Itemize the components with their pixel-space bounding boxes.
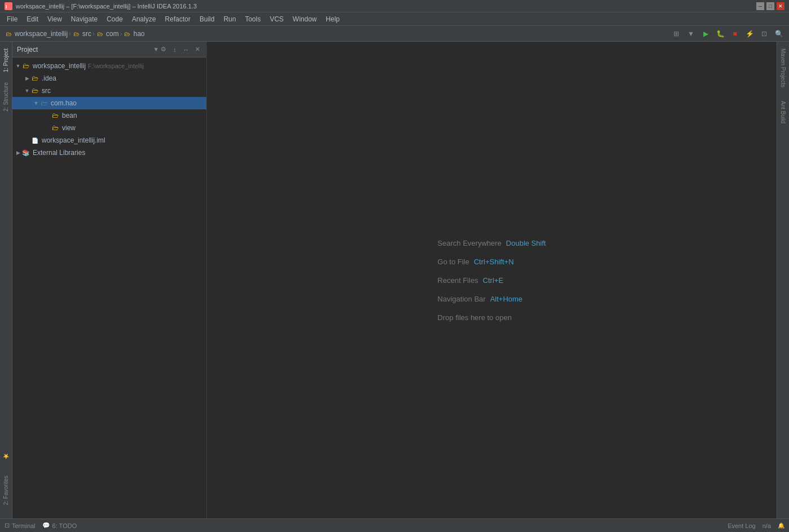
toolbar-settings-button[interactable]: ⊡	[759, 28, 770, 39]
com-hao-label: com.hao	[51, 99, 77, 107]
iml-label: workspace_intellij.iml	[42, 136, 105, 144]
hint-drop-label: Drop files here to open	[437, 313, 512, 322]
status-line-col: n/a	[763, 522, 771, 529]
toolbar-search-button[interactable]: 🔍	[773, 28, 784, 39]
title-bar: I workspace_intellij – [F:\workspace_int…	[0, 0, 789, 12]
panel-dropdown-arrow[interactable]: ▼	[153, 46, 159, 52]
tree-item-view[interactable]: 🗁 view	[12, 122, 206, 134]
hint-goto: Go to File Ctrl+Shift+N	[437, 258, 546, 266]
hint-recent-label: Recent Files	[437, 276, 478, 285]
left-side-tabs: 1: Project 2: Structure ★ 2: Favorites	[0, 42, 12, 518]
project-tree: ▼ 🗁 workspace_intellij F:\workspace_inte…	[12, 57, 206, 518]
menu-window[interactable]: Window	[288, 14, 321, 24]
line-col-label: n/a	[763, 522, 771, 529]
workspace-label: workspace_intellij	[33, 62, 86, 70]
hao-folder-icon: 🗁	[123, 30, 131, 38]
status-bar: ⊡ Terminal 💬 6: TODO Event Log n/a 🔔	[0, 518, 789, 532]
tab-structure[interactable]: 2: Structure	[2, 78, 10, 116]
todo-icon: 💬	[42, 522, 50, 529]
menu-view[interactable]: View	[43, 14, 67, 24]
menu-tools[interactable]: Tools	[241, 14, 265, 24]
notification-icon: 🔔	[778, 522, 784, 529]
menu-navigate[interactable]: Navigate	[67, 14, 102, 24]
sep2: ›	[92, 30, 95, 38]
toolbar-layout-button[interactable]: ⊞	[671, 28, 682, 39]
arrow-src: ▼	[24, 88, 30, 94]
status-todo[interactable]: 💬 6: TODO	[42, 522, 77, 529]
tree-item-workspace[interactable]: ▼ 🗁 workspace_intellij F:\workspace_inte…	[12, 60, 206, 72]
hint-list: Search Everywhere Double Shift Go to Fil…	[437, 239, 546, 322]
panel-close-btn[interactable]: ✕	[193, 45, 202, 54]
right-side-tabs: Maven Projects Ant Build	[777, 42, 789, 518]
breadcrumb-com[interactable]: com	[106, 30, 119, 38]
tab-ant[interactable]: Ant Build	[779, 96, 787, 128]
menu-file[interactable]: File	[2, 14, 22, 24]
window-controls: ─ □ ✕	[756, 2, 784, 10]
tab-project[interactable]: 1: Project	[2, 44, 10, 77]
iml-file-icon: 📄	[30, 138, 39, 144]
terminal-label: Terminal	[12, 522, 36, 529]
panel-collapse-btn[interactable]: ↔	[181, 45, 190, 54]
hint-recent-key: Ctrl+E	[483, 276, 503, 285]
status-terminal[interactable]: ⊡ Terminal	[5, 522, 36, 529]
panel-settings-btn[interactable]: ⚙	[159, 45, 168, 54]
close-button[interactable]: ✕	[777, 2, 784, 10]
toolbar-stop-button[interactable]: ■	[729, 28, 741, 39]
tree-item-com-hao[interactable]: ▼ 🗁 com.hao	[12, 97, 206, 109]
minimize-button[interactable]: ─	[756, 2, 764, 10]
maximize-button[interactable]: □	[766, 2, 774, 10]
tab-maven[interactable]: Maven Projects	[779, 44, 787, 92]
hint-search-label: Search Everywhere	[437, 239, 501, 247]
toolbar-run-button[interactable]: ▶	[700, 28, 711, 39]
toolbar-coverage-button[interactable]: ⚡	[744, 28, 755, 39]
breadcrumb-workspace[interactable]: workspace_intellij	[15, 30, 68, 38]
idea-label: .idea	[42, 74, 56, 82]
menu-code[interactable]: Code	[102, 14, 127, 24]
menu-build[interactable]: Build	[195, 14, 219, 24]
hint-nav-key: Alt+Home	[490, 295, 522, 303]
hint-recent: Recent Files Ctrl+E	[437, 276, 546, 285]
tree-item-src[interactable]: ▼ 🗁 src	[12, 85, 206, 97]
view-folder-icon: 🗁	[51, 124, 60, 132]
sep1: ›	[69, 30, 71, 38]
menu-analyze[interactable]: Analyze	[127, 14, 161, 24]
breadcrumb: 🗁 workspace_intellij › 🗁 src › 🗁 com › 🗁…	[5, 30, 145, 38]
tree-item-idea[interactable]: ▶ 🗁 .idea	[12, 72, 206, 85]
panel-expand-btn[interactable]: ↕	[170, 45, 179, 54]
status-right: Event Log n/a 🔔	[728, 522, 784, 529]
project-panel: Project ▼ ⚙ ↕ ↔ ✕ ▼ 🗁 workspace_intellij…	[12, 42, 207, 518]
menu-bar: File Edit View Navigate Code Analyze Ref…	[0, 12, 789, 26]
idea-folder-icon: 🗁	[30, 74, 39, 82]
status-notification[interactable]: 🔔	[778, 522, 784, 529]
breadcrumb-src[interactable]: src	[82, 30, 91, 38]
tree-item-bean[interactable]: 🗁 bean	[12, 109, 206, 122]
hint-goto-label: Go to File	[437, 258, 469, 266]
project-folder-icon: 🗁	[5, 30, 12, 38]
toolbar-debug-button[interactable]: 🐛	[715, 28, 726, 39]
tab-favorites[interactable]: ★	[1, 447, 12, 466]
editor-area: Search Everywhere Double Shift Go to Fil…	[207, 42, 777, 518]
todo-label: 6: TODO	[52, 522, 77, 529]
arrow-external: ▶	[15, 150, 21, 156]
hint-nav-label: Navigation Bar	[437, 295, 485, 303]
menu-refactor[interactable]: Refactor	[161, 14, 195, 24]
tab-favorites-label[interactable]: 2: Favorites	[2, 471, 10, 509]
arrow-com-hao: ▼	[33, 100, 39, 106]
workspace-path: F:\workspace_intellij	[88, 63, 144, 69]
com-folder-icon: 🗁	[96, 30, 104, 38]
toolbar-right: ⊞ ▼ ▶ 🐛 ■ ⚡ ⊡ 🔍	[671, 28, 784, 39]
src-folder-icon: 🗁	[30, 87, 39, 95]
breadcrumb-hao[interactable]: hao	[134, 30, 145, 38]
tree-item-iml[interactable]: 📄 workspace_intellij.iml	[12, 134, 206, 147]
toolbar-dropdown-button[interactable]: ▼	[685, 28, 697, 39]
bean-label: bean	[62, 112, 77, 119]
status-event-log[interactable]: Event Log	[728, 522, 756, 529]
svg-text:I: I	[6, 4, 7, 10]
panel-title: Project	[17, 46, 153, 54]
tree-item-external[interactable]: ▶ 📚 External Libraries	[12, 147, 206, 159]
menu-run[interactable]: Run	[219, 14, 241, 24]
menu-vcs[interactable]: VCS	[265, 14, 289, 24]
app-icon: I	[5, 2, 12, 10]
menu-edit[interactable]: Edit	[22, 14, 43, 24]
menu-help[interactable]: Help	[321, 14, 344, 24]
